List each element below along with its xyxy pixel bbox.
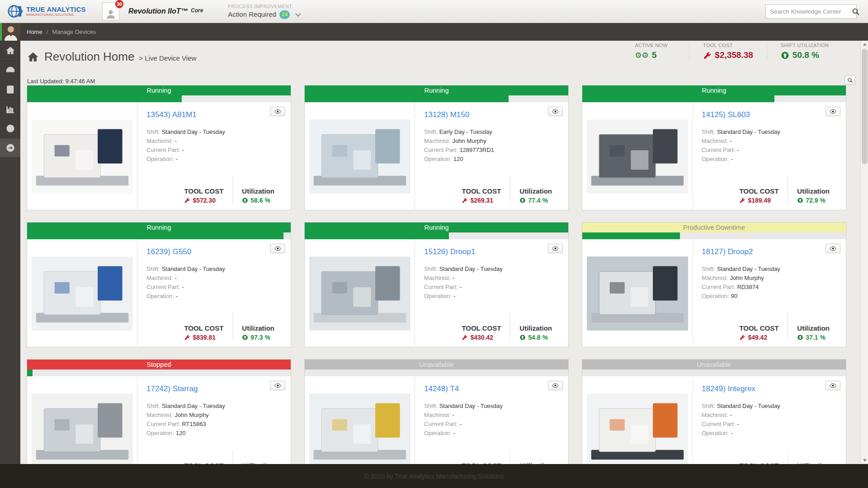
page-subtitle: > Live Device View [139,54,196,62]
breadcrumb-home-link[interactable]: Home [27,28,42,35]
device-name-link[interactable]: 14125) SL603 [702,110,750,119]
machinist-value: - [453,412,454,418]
operation-line: Operation:120 [424,155,561,164]
sidebar-item-live-device-view[interactable] [0,138,20,157]
machinist-line: Machinist:John Murphy [146,411,283,420]
scroll-down-arrow[interactable] [861,457,868,464]
arrow-up-circle-icon [519,197,526,204]
machine-photo [27,239,137,347]
tool-cost-value: $49.42 [748,334,767,341]
progress-fill [27,370,33,376]
sidebar-item-logbook[interactable] [0,80,20,99]
current-part-value: - [182,147,184,153]
tool-cost-metric: TOOL COST $189.49 [730,175,788,204]
machinist-value: John Murphy [175,412,209,418]
product-edition: Core [191,7,203,14]
device-name-link[interactable]: 16239) G550 [146,247,191,256]
progress-fill [27,232,283,239]
machine-photo [582,239,693,347]
scrollbar-thumb[interactable] [862,49,868,164]
view-device-button[interactable] [826,107,840,116]
machinist-value: John Murphy [730,275,764,281]
machinist-line: Machinist:- [702,137,839,146]
current-part-line: Current Part:RT15863 [146,420,283,429]
shift-progress-bar [305,370,568,376]
vertical-scrollbar[interactable] [860,41,868,464]
current-part-line: Current Part:- [424,283,561,292]
shift-line: Shift:Standard Day - Tuesday [146,265,283,274]
view-device-button[interactable] [270,381,285,390]
progress-fill [305,95,509,102]
view-device-button[interactable] [548,381,563,390]
magnifier-icon [847,77,853,83]
eye-icon [830,109,836,114]
device-name-link[interactable]: 18249) Integrex [702,384,755,393]
operation-value: 120 [176,430,186,436]
gears-icon: ⚙⚙ [635,52,648,59]
view-device-button[interactable] [548,244,563,253]
device-name-link[interactable]: 13543) A81M1 [146,110,197,119]
device-card: Running 15126) Droop1 Shift:S [304,222,569,347]
sidebar-item-home[interactable] [0,41,20,60]
device-name-link[interactable]: 15126) Droop1 [424,247,475,256]
sidebar-item-dashboard[interactable] [0,60,20,80]
chevron-down-icon[interactable] [296,11,302,17]
shift-value: Standard Day - Tuesday [162,403,225,409]
user-avatar[interactable] [0,23,20,41]
utilization-value: 72.9 % [806,197,826,204]
search-input[interactable] [766,5,852,18]
stat-label: ACTIVE NOW [635,43,675,48]
operation-line: Operation:- [702,429,839,438]
search-button[interactable] [852,8,860,16]
machinist-value: - [730,412,732,418]
shift-value: Standard Day - Tuesday [717,128,780,135]
brand-logo[interactable]: TRUE ANALYTICS MANUFACTURING SOLUTIONS [6,3,88,20]
notifications-button[interactable]: 30 [102,2,119,20]
device-card: Running 13543) A81M1 Shift:St [27,85,291,210]
scroll-up-arrow[interactable] [861,41,868,48]
breadcrumb-current[interactable]: Manage Devices [52,28,96,35]
machine-photo [305,102,415,210]
stat-tool-cost: TOOL COST $2,358.38 [689,43,767,60]
machinist-value: John Murphy [453,137,486,144]
device-name-link[interactable]: 14248) T4 [424,384,459,393]
sidebar-item-network[interactable] [0,118,20,138]
stat-label: TOOL COST [703,43,753,48]
operation-value: - [176,156,178,162]
tool-cost-value: $189.49 [748,197,771,204]
wrench-icon [739,197,745,204]
machinist-line: Machinist:- [146,137,283,146]
copyright-text: © 2020 by True Analytics Manufacturing S… [364,473,504,480]
current-part-line: Current Part:RD3874 [702,283,839,292]
page-footer: © 2020 by True Analytics Manufacturing S… [0,464,868,488]
view-device-button[interactable] [826,381,840,390]
card-metrics: TOOL COST $572.30 Utilization 58.6 % [175,175,283,204]
view-device-button[interactable] [548,107,563,116]
device-name-link[interactable]: 17242) Starrag [146,384,198,393]
view-device-button[interactable] [270,107,285,116]
stat-value: 50.8 % [793,50,819,60]
action-required-dropdown[interactable]: Action Required 24 [228,10,300,19]
current-part-value: 1289773RD1 [459,147,494,153]
operation-line: Operation:- [424,429,561,438]
device-card: Running 16239) G550 Shift:Sta [27,222,291,347]
arrow-up-circle-icon [781,51,789,60]
device-name-link[interactable]: 18127) Droop2 [702,247,753,256]
notification-count-badge[interactable]: 30 [114,0,124,9]
zoom-button[interactable] [844,76,855,85]
view-device-button[interactable] [826,244,840,253]
search-icon [852,8,860,16]
home-icon [5,46,15,56]
device-name-link[interactable]: 13128) M150 [424,110,469,119]
book-icon [5,85,15,95]
tool-cost-metric: TOOL COST $49.42 [730,313,788,341]
progress-fill [305,232,449,239]
utilization-metric: Utilization 54.8 % [510,313,561,341]
utilization-metric: Utilization 37.1 % [788,313,839,341]
sidebar-item-analytics[interactable] [0,99,20,118]
current-part-value: - [737,147,739,153]
machinist-line: Machinist:John Murphy [702,274,839,283]
shift-progress-bar [27,232,291,239]
utilization-metric: Utilization 77.4 % [510,175,561,204]
view-device-button[interactable] [270,244,285,253]
